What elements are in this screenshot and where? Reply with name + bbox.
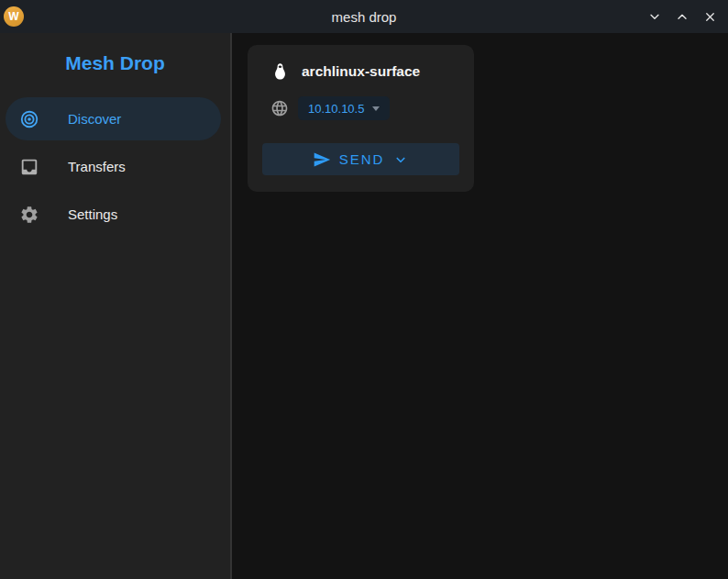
- dropdown-caret-icon: [372, 106, 380, 111]
- sidebar-item-label: Discover: [68, 111, 121, 127]
- close-button[interactable]: [699, 6, 721, 28]
- chevron-down-icon: [647, 9, 662, 24]
- send-icon: [313, 150, 331, 169]
- maximize-button[interactable]: [671, 6, 693, 28]
- sidebar-item-discover[interactable]: Discover: [6, 97, 221, 140]
- sidebar-item-label: Transfers: [68, 159, 126, 174]
- sidebar-item-transfers[interactable]: Transfers: [6, 145, 221, 188]
- inbox-icon: [19, 157, 39, 177]
- window-controls: [644, 6, 728, 28]
- gear-icon: [19, 205, 39, 225]
- device-card: archlinux-surface 10.10.10.5 SEND: [248, 45, 474, 192]
- sidebar-item-label: Settings: [68, 206, 117, 222]
- globe-icon: [270, 99, 289, 117]
- device-identity-row: archlinux-surface: [262, 61, 459, 83]
- send-button-label: SEND: [339, 151, 385, 167]
- chevron-down-icon: [392, 151, 409, 168]
- app-window: { "window": { "title": "mesh drop", "log…: [0, 0, 728, 579]
- linux-penguin-icon: [270, 61, 290, 83]
- device-name: archlinux-surface: [302, 63, 420, 80]
- device-address-row: 10.10.10.5: [262, 96, 459, 120]
- ip-address-value: 10.10.10.5: [308, 102, 364, 116]
- main-content: archlinux-surface 10.10.10.5 SEND: [234, 33, 728, 579]
- close-icon: [703, 10, 717, 24]
- title-bar: W mesh drop: [0, 0, 728, 33]
- ip-address-dropdown[interactable]: 10.10.10.5: [298, 96, 390, 120]
- chevron-up-icon: [675, 9, 689, 24]
- app-logo-letter: W: [8, 11, 18, 22]
- send-button[interactable]: SEND: [262, 143, 459, 175]
- app-logo: W: [4, 6, 24, 27]
- sidebar-nav: Discover Transfers Settings: [0, 97, 230, 236]
- sidebar-item-settings[interactable]: Settings: [6, 193, 221, 236]
- minimize-button[interactable]: [644, 6, 666, 28]
- window-title: mesh drop: [0, 9, 728, 25]
- app-title: Mesh Drop: [0, 50, 230, 77]
- sidebar: Mesh Drop Discover Transfers Settings: [0, 33, 232, 579]
- radar-icon: [19, 109, 39, 129]
